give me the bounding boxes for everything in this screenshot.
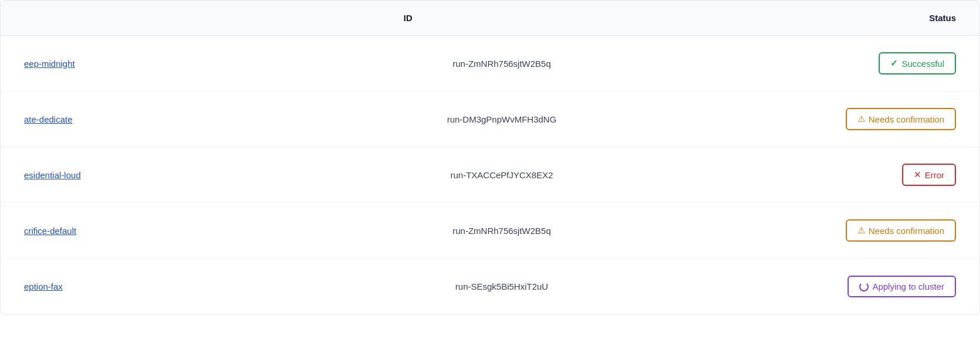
- table-row: crifice-default run-ZmNRh756sjtW2B5q Nee…: [1, 203, 979, 259]
- row-status-3: Needs confirmation: [792, 219, 956, 242]
- row-id-0: run-ZmNRh756sjtW2B5q: [212, 59, 792, 69]
- header-status: Status: [792, 13, 956, 23]
- table-header: ID Status: [1, 1, 979, 36]
- spinner-icon: [859, 282, 869, 291]
- runs-table: ID Status eep-midnight run-ZmNRh756sjtW2…: [0, 0, 980, 315]
- row-status-1: Needs confirmation: [792, 108, 956, 130]
- status-badge-needs-confirmation: Needs confirmation: [846, 108, 956, 130]
- row-name-4[interactable]: eption-fax: [24, 281, 212, 291]
- warning-icon: [858, 114, 865, 124]
- check-icon: [890, 58, 898, 69]
- table-row: eption-fax run-SEsgk5Bi5HxiT2uU Applying…: [1, 259, 979, 314]
- warning-icon-2: [858, 225, 865, 236]
- row-id-4: run-SEsgk5Bi5HxiT2uU: [212, 281, 792, 291]
- row-id-1: run-DM3gPnpWvMFH3dNG: [212, 114, 792, 124]
- status-badge-successful: Successful: [879, 52, 956, 74]
- table-row: esidential-loud run-TXACCePfJYCX8EX2 Err…: [1, 147, 979, 203]
- row-name-0[interactable]: eep-midnight: [24, 59, 212, 69]
- status-badge-error: Error: [902, 164, 956, 186]
- row-status-4: Applying to cluster: [792, 276, 956, 297]
- table-row: ate-dedicate run-DM3gPnpWvMFH3dNG Needs …: [1, 91, 979, 147]
- row-id-2: run-TXACCePfJYCX8EX2: [212, 170, 792, 180]
- status-badge-needs-confirmation-2: Needs confirmation: [846, 219, 956, 242]
- status-badge-applying: Applying to cluster: [848, 276, 956, 297]
- row-name-3[interactable]: crifice-default: [24, 226, 212, 236]
- row-status-0: Successful: [792, 52, 956, 74]
- row-status-2: Error: [792, 164, 956, 186]
- x-icon: [914, 169, 921, 180]
- table-row: eep-midnight run-ZmNRh756sjtW2B5q Succes…: [1, 36, 979, 91]
- header-id: ID: [24, 13, 792, 23]
- row-name-2[interactable]: esidential-loud: [24, 170, 212, 180]
- row-name-1[interactable]: ate-dedicate: [24, 114, 212, 124]
- row-id-3: run-ZmNRh756sjtW2B5q: [212, 226, 792, 236]
